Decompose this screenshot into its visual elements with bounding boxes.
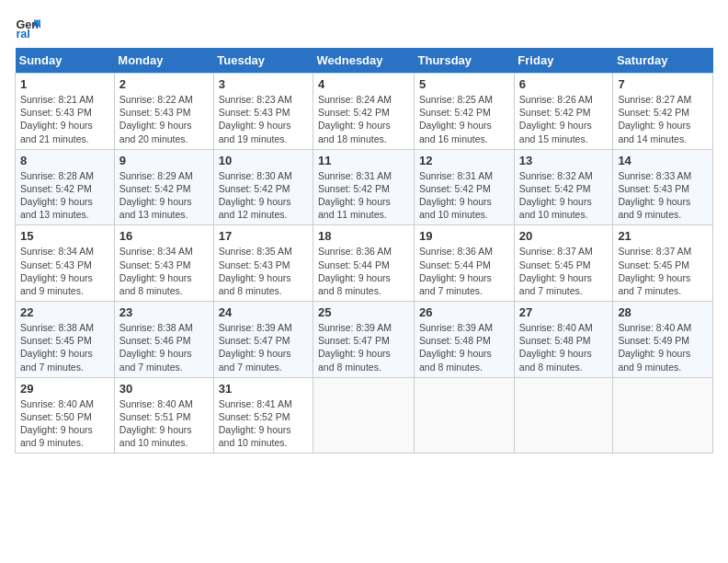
sunrise-info: Sunrise: 8:38 AMSunset: 5:45 PMDaylight:…	[20, 322, 94, 373]
sunrise-info: Sunrise: 8:36 AMSunset: 5:44 PMDaylight:…	[318, 246, 392, 296]
weekday-header-saturday: Saturday	[613, 48, 713, 74]
day-number: 12	[419, 154, 509, 167]
sunrise-info: Sunrise: 8:40 AMSunset: 5:49 PMDaylight:…	[618, 322, 691, 373]
day-number: 7	[618, 77, 708, 91]
svg-text:ral: ral	[16, 28, 29, 40]
sunrise-info: Sunrise: 8:40 AMSunset: 5:50 PMDaylight:…	[20, 398, 94, 449]
day-number: 1	[20, 77, 109, 91]
calendar-cell: 2 Sunrise: 8:22 AMSunset: 5:43 PMDayligh…	[114, 74, 213, 150]
calendar-cell: 1 Sunrise: 8:21 AMSunset: 5:43 PMDayligh…	[16, 74, 115, 150]
sunrise-info: Sunrise: 8:34 AMSunset: 5:43 PMDaylight:…	[20, 246, 94, 296]
day-number: 22	[20, 305, 109, 319]
day-number: 23	[119, 305, 209, 319]
sunrise-info: Sunrise: 8:40 AMSunset: 5:48 PMDaylight:…	[519, 322, 593, 373]
calendar-cell: 30 Sunrise: 8:40 AMSunset: 5:51 PMDaylig…	[114, 377, 213, 454]
day-number: 3	[219, 77, 308, 91]
calendar-cell	[514, 377, 613, 454]
calendar-week-row: 1 Sunrise: 8:21 AMSunset: 5:43 PMDayligh…	[16, 74, 713, 150]
day-number: 24	[219, 305, 308, 319]
calendar-cell: 18 Sunrise: 8:36 AMSunset: 5:44 PMDaylig…	[313, 225, 415, 302]
day-number: 17	[219, 229, 308, 243]
day-number: 28	[618, 305, 708, 319]
day-number: 20	[519, 229, 609, 243]
sunrise-info: Sunrise: 8:38 AMSunset: 5:46 PMDaylight:…	[119, 322, 193, 373]
day-number: 13	[519, 154, 609, 167]
sunrise-info: Sunrise: 8:29 AMSunset: 5:42 PMDaylight:…	[119, 170, 193, 221]
sunrise-info: Sunrise: 8:31 AMSunset: 5:42 PMDaylight:…	[318, 170, 392, 221]
day-number: 9	[119, 154, 209, 167]
calendar-cell: 7 Sunrise: 8:27 AMSunset: 5:42 PMDayligh…	[613, 74, 713, 150]
calendar-week-row: 22 Sunrise: 8:38 AMSunset: 5:45 PMDaylig…	[16, 302, 713, 378]
day-number: 8	[20, 154, 109, 167]
weekday-header-sunday: Sunday	[16, 48, 115, 74]
calendar-cell: 21 Sunrise: 8:37 AMSunset: 5:45 PMDaylig…	[613, 225, 713, 302]
calendar-cell: 6 Sunrise: 8:26 AMSunset: 5:42 PMDayligh…	[514, 74, 613, 150]
day-number: 10	[219, 154, 308, 167]
sunrise-info: Sunrise: 8:24 AMSunset: 5:42 PMDaylight:…	[318, 94, 392, 144]
day-number: 11	[318, 154, 409, 167]
calendar-cell: 31 Sunrise: 8:41 AMSunset: 5:52 PMDaylig…	[213, 377, 313, 454]
day-number: 21	[618, 229, 708, 243]
calendar-cell	[415, 377, 515, 454]
sunrise-info: Sunrise: 8:26 AMSunset: 5:42 PMDaylight:…	[519, 94, 593, 144]
calendar-cell: 20 Sunrise: 8:37 AMSunset: 5:45 PMDaylig…	[514, 225, 613, 302]
calendar-cell: 23 Sunrise: 8:38 AMSunset: 5:46 PMDaylig…	[114, 302, 213, 378]
sunrise-info: Sunrise: 8:36 AMSunset: 5:44 PMDaylight:…	[419, 246, 493, 296]
day-number: 6	[519, 77, 609, 91]
day-number: 5	[419, 77, 509, 91]
weekday-header-thursday: Thursday	[415, 48, 515, 74]
calendar-table: SundayMondayTuesdayWednesdayThursdayFrid…	[15, 48, 713, 454]
calendar-cell: 24 Sunrise: 8:39 AMSunset: 5:47 PMDaylig…	[213, 302, 313, 378]
sunrise-info: Sunrise: 8:27 AMSunset: 5:42 PMDaylight:…	[618, 94, 691, 144]
day-number: 14	[618, 154, 708, 167]
logo: Gene ral	[15, 15, 44, 40]
sunrise-info: Sunrise: 8:30 AMSunset: 5:42 PMDaylight:…	[219, 170, 292, 221]
day-number: 2	[119, 77, 209, 91]
calendar-cell: 4 Sunrise: 8:24 AMSunset: 5:42 PMDayligh…	[313, 74, 415, 150]
day-number: 25	[318, 305, 409, 319]
day-number: 4	[318, 77, 409, 91]
day-number: 29	[20, 382, 109, 396]
sunrise-info: Sunrise: 8:40 AMSunset: 5:51 PMDaylight:…	[119, 398, 193, 449]
calendar-week-row: 29 Sunrise: 8:40 AMSunset: 5:50 PMDaylig…	[16, 377, 713, 454]
calendar-cell: 22 Sunrise: 8:38 AMSunset: 5:45 PMDaylig…	[16, 302, 115, 378]
calendar-cell: 3 Sunrise: 8:23 AMSunset: 5:43 PMDayligh…	[213, 74, 313, 150]
sunrise-info: Sunrise: 8:37 AMSunset: 5:45 PMDaylight:…	[519, 246, 593, 296]
calendar-cell	[613, 377, 713, 454]
weekday-header-friday: Friday	[514, 48, 613, 74]
calendar-cell: 11 Sunrise: 8:31 AMSunset: 5:42 PMDaylig…	[313, 149, 415, 225]
calendar-week-row: 8 Sunrise: 8:28 AMSunset: 5:42 PMDayligh…	[16, 149, 713, 225]
calendar-cell: 9 Sunrise: 8:29 AMSunset: 5:42 PMDayligh…	[114, 149, 213, 225]
sunrise-info: Sunrise: 8:39 AMSunset: 5:47 PMDaylight:…	[219, 322, 292, 373]
weekday-header-monday: Monday	[114, 48, 213, 74]
calendar-cell: 16 Sunrise: 8:34 AMSunset: 5:43 PMDaylig…	[114, 225, 213, 302]
sunrise-info: Sunrise: 8:22 AMSunset: 5:43 PMDaylight:…	[119, 94, 193, 144]
calendar-cell: 25 Sunrise: 8:39 AMSunset: 5:47 PMDaylig…	[313, 302, 415, 378]
calendar-cell: 28 Sunrise: 8:40 AMSunset: 5:49 PMDaylig…	[613, 302, 713, 378]
sunrise-info: Sunrise: 8:23 AMSunset: 5:43 PMDaylight:…	[219, 94, 292, 144]
calendar-cell	[313, 377, 415, 454]
calendar-cell: 19 Sunrise: 8:36 AMSunset: 5:44 PMDaylig…	[415, 225, 515, 302]
calendar-cell: 29 Sunrise: 8:40 AMSunset: 5:50 PMDaylig…	[16, 377, 115, 454]
day-number: 27	[519, 305, 609, 319]
sunrise-info: Sunrise: 8:33 AMSunset: 5:43 PMDaylight:…	[618, 170, 691, 221]
day-number: 31	[219, 382, 308, 396]
day-number: 26	[419, 305, 509, 319]
calendar-cell: 27 Sunrise: 8:40 AMSunset: 5:48 PMDaylig…	[514, 302, 613, 378]
calendar-cell: 26 Sunrise: 8:39 AMSunset: 5:48 PMDaylig…	[415, 302, 515, 378]
sunrise-info: Sunrise: 8:39 AMSunset: 5:48 PMDaylight:…	[419, 322, 493, 373]
day-number: 18	[318, 229, 409, 243]
calendar-cell: 12 Sunrise: 8:31 AMSunset: 5:42 PMDaylig…	[415, 149, 515, 225]
day-number: 15	[20, 229, 109, 243]
sunrise-info: Sunrise: 8:39 AMSunset: 5:47 PMDaylight:…	[318, 322, 392, 373]
sunrise-info: Sunrise: 8:21 AMSunset: 5:43 PMDaylight:…	[20, 94, 94, 144]
sunrise-info: Sunrise: 8:25 AMSunset: 5:42 PMDaylight:…	[419, 94, 493, 144]
sunrise-info: Sunrise: 8:41 AMSunset: 5:52 PMDaylight:…	[219, 398, 292, 449]
calendar-cell: 8 Sunrise: 8:28 AMSunset: 5:42 PMDayligh…	[16, 149, 115, 225]
day-number: 16	[119, 229, 209, 243]
weekday-header-tuesday: Tuesday	[213, 48, 313, 74]
calendar-cell: 10 Sunrise: 8:30 AMSunset: 5:42 PMDaylig…	[213, 149, 313, 225]
sunrise-info: Sunrise: 8:28 AMSunset: 5:42 PMDaylight:…	[20, 170, 94, 221]
day-number: 19	[419, 229, 509, 243]
sunrise-info: Sunrise: 8:31 AMSunset: 5:42 PMDaylight:…	[419, 170, 493, 221]
